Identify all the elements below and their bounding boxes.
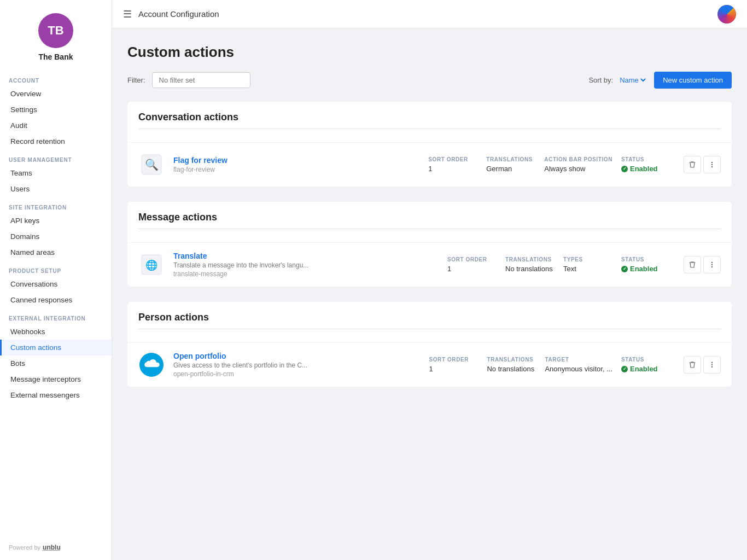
topbar-right (717, 5, 736, 24)
translate-delete-button[interactable] (684, 256, 701, 273)
open-portfolio-name[interactable]: Open portfolio (173, 352, 420, 360)
portfolio-status-group: STATUS Enabled (621, 357, 670, 373)
sidebar-item-named-areas[interactable]: Named areas (0, 244, 112, 260)
flag-for-review-icon: 🔍 (138, 151, 165, 178)
portfolio-target-group: TARGET Anonymous visitor, ... (545, 357, 612, 373)
sort-label: Sort by: (588, 76, 613, 84)
portfolio-sort-order-group: SORT ORDER 1 (429, 357, 478, 373)
conversation-actions-section: Conversation actions 🔍 Flag for review f… (127, 102, 732, 186)
sidebar-item-bots[interactable]: Bots (0, 355, 112, 371)
translate-desc: Translate a message into the invoker's l… (173, 261, 439, 269)
org-name: The Bank (38, 52, 73, 61)
translate-more-button[interactable] (703, 256, 721, 273)
conversation-actions-title: Conversation actions (138, 112, 721, 129)
table-row: 🌐 Translate Translate a message into the… (127, 242, 732, 287)
flag-status-label: STATUS (621, 156, 670, 162)
translate-name[interactable]: Translate (173, 252, 439, 260)
svg-point-7 (711, 262, 713, 263)
portfolio-translations-label: TRANSLATIONS (487, 357, 536, 363)
table-row: 🔍 Flag for review flag-for-review SORT O… (127, 142, 732, 186)
sidebar-item-domains[interactable]: Domains (0, 229, 112, 244)
portfolio-delete-button[interactable] (684, 356, 701, 374)
svg-point-4 (711, 166, 713, 167)
portfolio-action-buttons (684, 356, 721, 374)
translate-key: translate-message (173, 270, 439, 278)
flag-position-label: ACTION BAR POSITION (544, 156, 612, 162)
svg-point-2 (711, 162, 713, 163)
svg-point-8 (711, 264, 713, 265)
main-content: ☰ Account Configuration Custom actions F… (112, 0, 747, 560)
message-actions-title: Message actions (138, 212, 721, 229)
sidebar-item-canned-responses[interactable]: Canned responses (0, 292, 112, 308)
portfolio-sort-order-label: SORT ORDER (429, 357, 478, 363)
open-portfolio-icon (138, 352, 165, 378)
portfolio-status-label: STATUS (621, 357, 670, 363)
sidebar-section-product-setup: Product Setup (0, 260, 112, 276)
translate-action-buttons (684, 256, 721, 273)
person-actions-header: Person actions (127, 302, 732, 342)
svg-text:🔍: 🔍 (145, 158, 159, 171)
translate-translations-value: No translations (505, 265, 555, 273)
svg-point-12 (711, 366, 713, 368)
topbar: ☰ Account Configuration (112, 0, 747, 28)
svg-point-3 (711, 164, 713, 165)
flag-for-review-name[interactable]: Flag for review (173, 156, 419, 165)
message-actions-section: Message actions 🌐 Translate Translate a … (127, 202, 732, 287)
sidebar-logo-area: TB The Bank (0, 0, 112, 70)
portfolio-target-label: TARGET (545, 357, 612, 363)
sidebar-item-overview[interactable]: Overview (0, 86, 112, 102)
sidebar: TB The Bank Account Overview Settings Au… (0, 0, 112, 560)
flag-status-group: STATUS Enabled (621, 156, 670, 173)
new-custom-action-button[interactable]: New custom action (654, 72, 732, 89)
flag-translations-group: TRANSLATIONS German (486, 156, 535, 173)
sort-select[interactable]: Name (617, 75, 647, 85)
sidebar-item-users[interactable]: Users (0, 181, 112, 197)
sidebar-item-teams[interactable]: Teams (0, 165, 112, 181)
filter-input[interactable] (152, 72, 250, 88)
flag-translations-value: German (486, 165, 535, 173)
flag-status-dot (621, 166, 628, 172)
sidebar-item-external-messengers[interactable]: External messengers (0, 387, 112, 403)
portfolio-more-button[interactable] (703, 356, 721, 374)
flag-sort-order-value: 1 (428, 165, 477, 173)
unblu-brand: unblu (43, 544, 61, 551)
page-title: Custom actions (127, 44, 732, 61)
conversation-actions-header: Conversation actions (127, 102, 732, 142)
translate-sort-order-value: 1 (447, 265, 497, 273)
flag-delete-button[interactable] (684, 156, 701, 173)
translate-info: Translate Translate a message into the i… (173, 252, 439, 278)
translate-types-label: TYPES (563, 256, 612, 262)
flag-more-button[interactable] (703, 156, 721, 173)
person-actions-section: Person actions Open portfolio Gives acce… (127, 302, 732, 387)
sidebar-item-record-retention[interactable]: Record retention (0, 133, 112, 149)
sidebar-item-message-interceptors[interactable]: Message interceptors (0, 371, 112, 387)
sidebar-item-custom-actions[interactable]: Custom actions (0, 340, 112, 355)
sidebar-item-api-keys[interactable]: API keys (0, 213, 112, 229)
translate-status-group: STATUS Enabled (621, 256, 670, 273)
filter-label: Filter: (127, 76, 145, 84)
sidebar-section-user-management: User Management (0, 149, 112, 165)
sidebar-item-audit[interactable]: Audit (0, 118, 112, 133)
hamburger-icon[interactable]: ☰ (123, 8, 132, 20)
portfolio-sort-order-value: 1 (429, 365, 478, 373)
flag-position-group: ACTION BAR POSITION Always show (544, 156, 612, 173)
svg-text:🌐: 🌐 (145, 259, 158, 271)
sidebar-footer: Powered by unblu (0, 535, 112, 560)
sidebar-item-conversations[interactable]: Conversations (0, 276, 112, 292)
user-avatar-topbar[interactable] (717, 5, 736, 24)
translate-types-value: Text (563, 265, 612, 273)
portfolio-target-value: Anonymous visitor, ... (545, 365, 612, 373)
sidebar-item-webhooks[interactable]: Webhooks (0, 324, 112, 340)
sidebar-item-settings[interactable]: Settings (0, 102, 112, 118)
flag-for-review-info: Flag for review flag-for-review (173, 156, 419, 173)
translate-status-label: STATUS (621, 256, 670, 262)
open-portfolio-desc: Gives access to the client's portfolio i… (173, 361, 420, 369)
org-avatar: TB (38, 13, 73, 48)
person-actions-title: Person actions (138, 312, 721, 329)
message-actions-header: Message actions (127, 202, 732, 242)
open-portfolio-key: open-portfolio-in-crm (173, 370, 420, 378)
translate-status-dot (621, 266, 628, 272)
page-content: Custom actions Filter: Sort by: Name New… (112, 28, 747, 560)
translate-translations-label: TRANSLATIONS (505, 256, 555, 262)
svg-point-9 (711, 266, 713, 267)
